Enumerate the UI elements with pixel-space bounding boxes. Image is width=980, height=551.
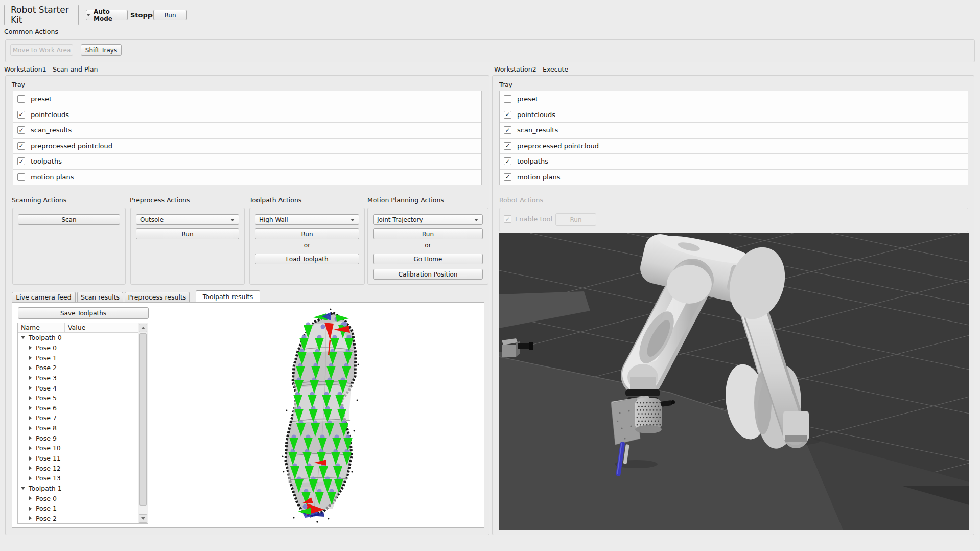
preprocess-actions-title: Preprocess Actions bbox=[130, 196, 190, 204]
arrow-up-icon bbox=[141, 327, 145, 329]
expander-icon[interactable] bbox=[29, 476, 32, 480]
scroll-thumb[interactable] bbox=[139, 333, 147, 506]
expander-icon[interactable] bbox=[29, 386, 32, 390]
tree-row-pose[interactable]: Pose 9 bbox=[18, 433, 138, 443]
tree-row-pose[interactable]: Pose 1 bbox=[18, 353, 138, 363]
tree-scrollbar[interactable] bbox=[138, 323, 148, 523]
expander-icon[interactable] bbox=[29, 356, 32, 360]
move-to-work-area-button[interactable]: Move to Work Area bbox=[10, 44, 73, 56]
expander-icon[interactable] bbox=[29, 516, 32, 520]
expander-icon[interactable] bbox=[29, 446, 32, 450]
tree-row-toolpath[interactable]: Toolpath 0 bbox=[18, 333, 138, 343]
toolpath-label: Toolpath 1 bbox=[29, 485, 62, 492]
tray-item-checkbox[interactable]: ✓ bbox=[17, 157, 25, 165]
tab-scan-results[interactable]: Scan results bbox=[77, 292, 123, 302]
pose-label: Pose 2 bbox=[36, 515, 57, 522]
toolpath-type-select[interactable]: High Wall bbox=[255, 214, 359, 225]
expander-icon[interactable] bbox=[29, 366, 32, 370]
robot-run-label: Run bbox=[570, 216, 581, 223]
expander-icon[interactable] bbox=[29, 436, 32, 440]
motion-run-button[interactable]: Run bbox=[373, 228, 483, 239]
auto-mode-dropdown-button[interactable]: Auto Mode bbox=[86, 10, 128, 20]
expander-icon[interactable] bbox=[29, 416, 32, 420]
expander-icon[interactable] bbox=[29, 426, 32, 430]
tree-row-pose[interactable]: Pose 0 bbox=[18, 493, 138, 503]
tray-row: ✓toolpaths bbox=[500, 154, 968, 170]
robot-run-button[interactable]: Run bbox=[555, 213, 596, 226]
robot-actions-group: ✓ Enable tool Run bbox=[499, 208, 968, 232]
expander-icon[interactable] bbox=[21, 336, 25, 339]
toolpath-results-pane: Save Toolpaths Name Value Toolpath 0Pose… bbox=[12, 302, 484, 528]
scroll-down-button[interactable] bbox=[139, 514, 147, 523]
expander-icon[interactable] bbox=[29, 507, 32, 511]
expander-icon[interactable] bbox=[29, 456, 32, 461]
tray-item-checkbox[interactable]: ✓ bbox=[504, 173, 511, 181]
scan-button[interactable]: Scan bbox=[18, 214, 120, 225]
tree-row-pose[interactable]: Pose 2 bbox=[18, 363, 138, 373]
tree-row-pose[interactable]: Pose 12 bbox=[18, 463, 138, 473]
app-window: { "window_title": "Robot Starter Kit", "… bbox=[0, 0, 980, 551]
motion-type-select[interactable]: Joint Trajectory bbox=[373, 214, 483, 225]
scanning-actions-title: Scanning Actions bbox=[12, 196, 66, 204]
tray-item-checkbox[interactable]: ✓ bbox=[17, 142, 25, 150]
robot-3d-viewport[interactable] bbox=[499, 233, 969, 530]
preprocess-run-button[interactable]: Run bbox=[136, 228, 239, 239]
tray-item-checkbox[interactable]: ✓ bbox=[17, 111, 25, 119]
tree-row-pose[interactable]: Pose 13 bbox=[18, 473, 138, 484]
enable-tool-checkbox[interactable]: ✓ bbox=[504, 215, 511, 223]
tree-row-pose[interactable]: Pose 10 bbox=[18, 443, 138, 453]
tray-item-checkbox[interactable] bbox=[17, 95, 25, 103]
tray-item-label: pointclouds bbox=[31, 111, 69, 119]
tree-row-pose[interactable]: Pose 7 bbox=[18, 413, 138, 423]
tree-row-pose[interactable]: Pose 3 bbox=[18, 373, 138, 383]
top-run-button[interactable]: Run bbox=[153, 10, 187, 20]
tree-row-pose[interactable]: Pose 1 bbox=[18, 503, 138, 514]
tree-row-pose[interactable]: Pose 0 bbox=[18, 343, 138, 353]
tab-toolpath-results[interactable]: Toolpath results bbox=[196, 290, 260, 302]
tree-row-pose[interactable]: Pose 4 bbox=[18, 383, 138, 393]
save-toolpaths-button[interactable]: Save Toolpaths bbox=[18, 307, 149, 319]
pose-label: Pose 12 bbox=[36, 465, 61, 472]
tree-row-pose[interactable]: Pose 2 bbox=[18, 514, 138, 523]
load-toolpath-button[interactable]: Load Toolpath bbox=[255, 254, 359, 264]
toolpath-or-label: or bbox=[250, 242, 364, 249]
go-home-button[interactable]: Go Home bbox=[373, 254, 483, 264]
tree-row-toolpath[interactable]: Toolpath 1 bbox=[18, 484, 138, 494]
tray-item-label: toolpaths bbox=[517, 157, 548, 165]
expander-icon[interactable] bbox=[29, 496, 32, 500]
tray-row: preset bbox=[13, 91, 481, 107]
expander-icon[interactable] bbox=[29, 376, 32, 380]
preprocess-type-select[interactable]: Outsole bbox=[136, 214, 239, 225]
tray-item-checkbox[interactable]: ✓ bbox=[504, 111, 511, 119]
pose-label: Pose 0 bbox=[36, 495, 57, 502]
tray-item-checkbox[interactable]: ✓ bbox=[504, 142, 511, 150]
tray-item-checkbox[interactable]: ✓ bbox=[17, 126, 25, 134]
tree-row-pose[interactable]: Pose 11 bbox=[18, 453, 138, 464]
tree-column-name[interactable]: Name bbox=[18, 323, 65, 332]
tree-column-value[interactable]: Value bbox=[65, 323, 148, 332]
tab-live-camera-feed[interactable]: Live camera feed bbox=[12, 292, 76, 302]
toolpath-3d-viewport[interactable] bbox=[149, 303, 484, 527]
expander-icon[interactable] bbox=[29, 396, 32, 400]
toolpath-run-button[interactable]: Run bbox=[255, 228, 359, 239]
tray-row: ✓scan_results bbox=[500, 123, 968, 139]
tray-item-checkbox[interactable] bbox=[504, 95, 511, 103]
tree-row-pose[interactable]: Pose 8 bbox=[18, 423, 138, 433]
expander-icon[interactable] bbox=[29, 346, 32, 350]
expander-icon[interactable] bbox=[21, 487, 25, 490]
tray-item-checkbox[interactable] bbox=[17, 173, 25, 181]
expander-icon[interactable] bbox=[29, 406, 32, 410]
scroll-up-button[interactable] bbox=[139, 324, 147, 332]
tray-item-checkbox[interactable]: ✓ bbox=[504, 157, 511, 165]
tree-row-pose[interactable]: Pose 6 bbox=[18, 403, 138, 413]
tray-item-label: toolpaths bbox=[31, 157, 62, 165]
tree-row-pose[interactable]: Pose 5 bbox=[18, 393, 138, 403]
toolpath-run-label: Run bbox=[301, 231, 313, 238]
tab-preprocess-results[interactable]: Preprocess results bbox=[125, 292, 190, 302]
expander-icon[interactable] bbox=[29, 466, 32, 470]
tree-rows: Toolpath 0Pose 0Pose 1Pose 2Pose 3Pose 4… bbox=[18, 333, 138, 523]
calibration-position-button[interactable]: Calibration Position bbox=[373, 269, 483, 280]
tray-item-checkbox[interactable]: ✓ bbox=[504, 126, 511, 134]
pose-label: Pose 5 bbox=[36, 394, 57, 402]
shift-trays-button[interactable]: Shift Trays bbox=[81, 44, 122, 56]
